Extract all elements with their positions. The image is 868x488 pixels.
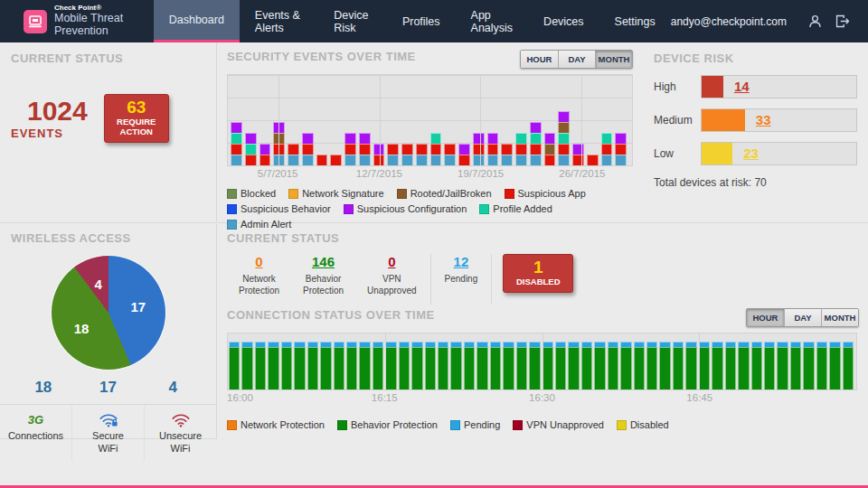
security-bar[interactable]: [487, 133, 499, 165]
security-bar[interactable]: [558, 111, 570, 165]
connection-bar[interactable]: [359, 342, 370, 389]
connection-bar[interactable]: [843, 342, 854, 389]
connection-bar[interactable]: [490, 342, 501, 389]
security-bar[interactable]: [245, 133, 257, 165]
connection-bar[interactable]: [751, 342, 762, 389]
security-bar[interactable]: [430, 133, 442, 165]
connection-bar[interactable]: [516, 342, 527, 389]
stat-count-link[interactable]: 146: [312, 254, 335, 269]
connection-bar[interactable]: [334, 342, 344, 389]
connection-bar[interactable]: [581, 342, 592, 389]
connection-bar[interactable]: [255, 342, 266, 389]
nav-item-device-risk[interactable]: Device Risk: [318, 0, 387, 42]
security-bar[interactable]: [587, 155, 599, 165]
security-bar[interactable]: [302, 133, 314, 165]
connection-bar[interactable]: [320, 342, 331, 389]
toggle-hour[interactable]: HOUR: [747, 309, 784, 326]
connection-bar[interactable]: [673, 342, 684, 389]
security-bar[interactable]: [316, 155, 328, 165]
connection-bar[interactable]: [568, 342, 579, 389]
wireless-footer-item[interactable]: SecureWiFi: [71, 405, 144, 461]
toggle-day[interactable]: DAY: [784, 309, 821, 326]
security-bar[interactable]: [259, 144, 271, 165]
connection-bar[interactable]: [503, 342, 514, 389]
connection-bar[interactable]: [229, 342, 240, 389]
connection-bar[interactable]: [425, 342, 436, 389]
nav-item-app-analysis[interactable]: App Analysis: [456, 0, 529, 42]
connection-bar[interactable]: [346, 342, 357, 389]
connection-bar[interactable]: [685, 342, 696, 389]
security-bar[interactable]: [288, 144, 299, 165]
wireless-pie-chart[interactable]: 17184: [52, 256, 165, 370]
connection-bar[interactable]: [764, 342, 775, 389]
nav-item-profiles[interactable]: Profiles: [387, 0, 456, 42]
connection-bar[interactable]: [646, 342, 657, 389]
connection-bar[interactable]: [294, 342, 305, 389]
toggle-day[interactable]: DAY: [558, 51, 595, 68]
require-action-button[interactable]: 63 REQUIRE ACTION: [104, 94, 169, 143]
toggle-month[interactable]: MONTH: [821, 309, 858, 326]
stat-count-link[interactable]: 0: [255, 254, 262, 269]
connection-bar[interactable]: [542, 342, 553, 389]
connection-bar[interactable]: [529, 342, 540, 389]
stat-count-link[interactable]: 12: [454, 254, 469, 269]
toggle-month[interactable]: MONTH: [595, 51, 632, 68]
wireless-footer-item[interactable]: UnsecureWiFi: [144, 405, 216, 461]
security-bar[interactable]: [601, 133, 613, 165]
stat-count-link[interactable]: 0: [388, 254, 395, 269]
wireless-count[interactable]: 17: [76, 379, 141, 397]
connection-bar[interactable]: [438, 342, 448, 389]
connection-bar[interactable]: [620, 342, 631, 389]
connection-bar[interactable]: [450, 342, 461, 389]
wireless-footer-item[interactable]: 3GConnections: [0, 405, 71, 461]
security-bar[interactable]: [401, 144, 413, 165]
connection-bar[interactable]: [476, 342, 487, 389]
security-bar[interactable]: [330, 155, 342, 165]
connection-bar[interactable]: [790, 342, 801, 389]
connection-bar[interactable]: [241, 342, 252, 389]
security-bar[interactable]: [501, 144, 513, 165]
connection-bar[interactable]: [411, 342, 422, 389]
connection-bar[interactable]: [464, 342, 475, 389]
connection-bar[interactable]: [385, 342, 396, 389]
connection-bar[interactable]: [738, 342, 749, 389]
connection-bar[interactable]: [659, 342, 670, 389]
security-bar[interactable]: [615, 133, 627, 165]
wireless-count[interactable]: 4: [140, 379, 205, 397]
security-bar[interactable]: [473, 133, 485, 165]
wireless-count[interactable]: 18: [11, 379, 76, 397]
risk-count-link[interactable]: 33: [756, 112, 771, 127]
connection-bar[interactable]: [594, 342, 605, 389]
security-bar[interactable]: [515, 133, 527, 165]
connection-bar[interactable]: [634, 342, 645, 389]
disabled-button[interactable]: 1DISABLED: [503, 254, 573, 293]
connection-bar[interactable]: [555, 342, 566, 389]
logout-icon[interactable]: [828, 14, 855, 29]
connection-bar[interactable]: [307, 342, 318, 389]
security-bar[interactable]: [544, 133, 556, 165]
security-bar[interactable]: [344, 133, 356, 165]
security-bar[interactable]: [387, 144, 399, 165]
security-bar[interactable]: [416, 144, 428, 165]
connection-bar[interactable]: [699, 342, 710, 389]
connection-bar[interactable]: [829, 342, 840, 389]
toggle-hour[interactable]: HOUR: [521, 51, 558, 68]
connection-bar[interactable]: [281, 342, 292, 389]
connection-bar[interactable]: [712, 342, 722, 389]
connection-bar[interactable]: [399, 342, 410, 389]
connection-bar[interactable]: [777, 342, 788, 389]
connection-bar[interactable]: [816, 342, 827, 389]
connection-bar[interactable]: [608, 342, 618, 389]
security-bar[interactable]: [458, 144, 470, 165]
connection-bar[interactable]: [725, 342, 736, 389]
nav-item-dashboard[interactable]: Dashboard: [154, 0, 240, 42]
security-bar[interactable]: [231, 122, 242, 165]
nav-item-settings[interactable]: Settings: [599, 0, 671, 42]
security-bar[interactable]: [530, 122, 542, 165]
nav-item-events-alerts[interactable]: Events & Alerts: [240, 0, 318, 42]
security-bar[interactable]: [444, 144, 456, 165]
connection-bar[interactable]: [268, 342, 278, 389]
connection-bar[interactable]: [803, 342, 814, 389]
security-bar[interactable]: [359, 133, 371, 165]
risk-count-link[interactable]: 23: [743, 145, 759, 161]
